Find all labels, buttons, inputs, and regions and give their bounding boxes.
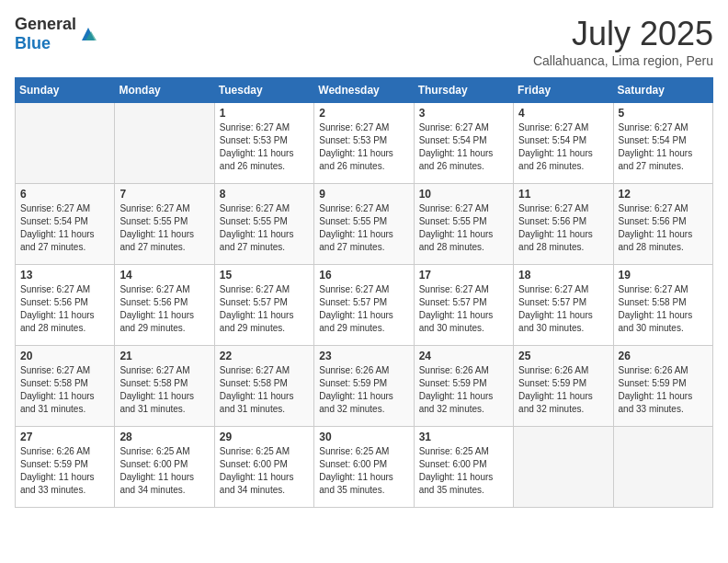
day-number: 28 [119, 431, 209, 443]
calendar-cell: 12Sunrise: 6:27 AM Sunset: 5:56 PM Dayli… [613, 184, 712, 265]
day-number: 29 [220, 431, 309, 443]
day-info: Sunrise: 6:27 AM Sunset: 5:57 PM Dayligh… [518, 283, 608, 335]
month-title: July 2025 [533, 15, 713, 53]
calendar-cell: 30Sunrise: 6:25 AM Sunset: 6:00 PM Dayli… [314, 427, 414, 508]
day-info: Sunrise: 6:27 AM Sunset: 5:56 PM Dayligh… [518, 202, 608, 254]
day-info: Sunrise: 6:27 AM Sunset: 5:57 PM Dayligh… [319, 283, 408, 335]
day-header-wednesday: Wednesday [314, 78, 414, 103]
day-number: 16 [319, 269, 408, 282]
calendar-cell: 15Sunrise: 6:27 AM Sunset: 5:57 PM Dayli… [214, 265, 313, 346]
day-number: 4 [518, 107, 608, 120]
page-header: General Blue July 2025 Callahuanca, Lima… [15, 15, 713, 68]
calendar-cell: 20Sunrise: 6:27 AM Sunset: 5:58 PM Dayli… [16, 346, 115, 427]
day-info: Sunrise: 6:27 AM Sunset: 5:57 PM Dayligh… [220, 283, 309, 335]
day-number: 5 [619, 107, 708, 120]
calendar-cell: 28Sunrise: 6:25 AM Sunset: 6:00 PM Dayli… [115, 427, 214, 508]
day-number: 3 [419, 107, 508, 120]
day-info: Sunrise: 6:27 AM Sunset: 5:54 PM Dayligh… [20, 202, 109, 254]
calendar-cell: 2Sunrise: 6:27 AM Sunset: 5:53 PM Daylig… [314, 103, 414, 184]
day-info: Sunrise: 6:26 AM Sunset: 5:59 PM Dayligh… [419, 364, 508, 416]
calendar-cell: 11Sunrise: 6:27 AM Sunset: 5:56 PM Dayli… [514, 184, 613, 265]
day-number: 6 [20, 188, 109, 201]
calendar-cell [16, 103, 115, 184]
calendar-week-row: 27Sunrise: 6:26 AM Sunset: 5:59 PM Dayli… [16, 427, 713, 508]
day-info: Sunrise: 6:27 AM Sunset: 5:56 PM Dayligh… [119, 283, 209, 335]
calendar-cell [514, 427, 613, 508]
calendar-cell: 27Sunrise: 6:26 AM Sunset: 5:59 PM Dayli… [16, 427, 115, 508]
calendar-cell: 16Sunrise: 6:27 AM Sunset: 5:57 PM Dayli… [314, 265, 414, 346]
calendar-cell [115, 103, 214, 184]
calendar-cell: 1Sunrise: 6:27 AM Sunset: 5:53 PM Daylig… [214, 103, 313, 184]
day-info: Sunrise: 6:27 AM Sunset: 5:57 PM Dayligh… [419, 283, 508, 335]
calendar-cell: 18Sunrise: 6:27 AM Sunset: 5:57 PM Dayli… [514, 265, 613, 346]
day-header-saturday: Saturday [613, 78, 712, 103]
day-number: 9 [319, 188, 408, 201]
calendar-cell: 8Sunrise: 6:27 AM Sunset: 5:55 PM Daylig… [214, 184, 313, 265]
day-info: Sunrise: 6:27 AM Sunset: 5:55 PM Dayligh… [119, 202, 209, 254]
calendar-cell: 3Sunrise: 6:27 AM Sunset: 5:54 PM Daylig… [414, 103, 513, 184]
logo-text: General Blue [15, 15, 76, 53]
title-block: July 2025 Callahuanca, Lima region, Peru [533, 15, 713, 68]
day-info: Sunrise: 6:27 AM Sunset: 5:55 PM Dayligh… [319, 202, 408, 254]
day-number: 15 [220, 269, 309, 282]
day-number: 18 [518, 269, 608, 282]
day-number: 30 [319, 431, 408, 443]
day-info: Sunrise: 6:27 AM Sunset: 5:58 PM Dayligh… [220, 364, 309, 416]
day-number: 31 [419, 431, 508, 443]
day-info: Sunrise: 6:25 AM Sunset: 6:00 PM Dayligh… [419, 445, 508, 497]
calendar-week-row: 6Sunrise: 6:27 AM Sunset: 5:54 PM Daylig… [16, 184, 713, 265]
calendar-cell: 13Sunrise: 6:27 AM Sunset: 5:56 PM Dayli… [16, 265, 115, 346]
day-number: 27 [20, 431, 109, 443]
day-number: 8 [220, 188, 309, 201]
day-info: Sunrise: 6:25 AM Sunset: 6:00 PM Dayligh… [319, 445, 408, 497]
day-number: 13 [20, 269, 109, 282]
day-info: Sunrise: 6:27 AM Sunset: 5:55 PM Dayligh… [419, 202, 508, 254]
calendar-cell: 24Sunrise: 6:26 AM Sunset: 5:59 PM Dayli… [414, 346, 513, 427]
day-info: Sunrise: 6:26 AM Sunset: 5:59 PM Dayligh… [518, 364, 608, 416]
calendar-cell: 7Sunrise: 6:27 AM Sunset: 5:55 PM Daylig… [115, 184, 214, 265]
day-number: 23 [319, 350, 408, 362]
day-number: 1 [220, 107, 309, 120]
day-info: Sunrise: 6:25 AM Sunset: 6:00 PM Dayligh… [220, 445, 309, 497]
day-header-sunday: Sunday [16, 78, 115, 103]
logo: General Blue [15, 15, 98, 53]
calendar-cell: 19Sunrise: 6:27 AM Sunset: 5:58 PM Dayli… [613, 265, 712, 346]
day-number: 21 [119, 350, 209, 362]
day-info: Sunrise: 6:27 AM Sunset: 5:56 PM Dayligh… [20, 283, 109, 335]
day-info: Sunrise: 6:27 AM Sunset: 5:54 PM Dayligh… [619, 121, 708, 173]
day-number: 11 [518, 188, 608, 201]
calendar-cell: 22Sunrise: 6:27 AM Sunset: 5:58 PM Dayli… [214, 346, 313, 427]
calendar-cell: 10Sunrise: 6:27 AM Sunset: 5:55 PM Dayli… [414, 184, 513, 265]
day-number: 14 [119, 269, 209, 282]
day-info: Sunrise: 6:27 AM Sunset: 5:58 PM Dayligh… [20, 364, 109, 416]
day-info: Sunrise: 6:26 AM Sunset: 5:59 PM Dayligh… [319, 364, 408, 416]
calendar-cell [613, 427, 712, 508]
location-subtitle: Callahuanca, Lima region, Peru [533, 53, 713, 68]
day-number: 12 [619, 188, 708, 201]
day-number: 24 [419, 350, 508, 362]
day-info: Sunrise: 6:26 AM Sunset: 5:59 PM Dayligh… [20, 445, 109, 497]
calendar-cell: 26Sunrise: 6:26 AM Sunset: 5:59 PM Dayli… [613, 346, 712, 427]
day-number: 26 [619, 350, 708, 362]
day-number: 10 [419, 188, 508, 201]
day-header-tuesday: Tuesday [214, 78, 313, 103]
day-info: Sunrise: 6:27 AM Sunset: 5:58 PM Dayligh… [619, 283, 708, 335]
logo-icon [78, 24, 98, 44]
calendar-cell: 5Sunrise: 6:27 AM Sunset: 5:54 PM Daylig… [613, 103, 712, 184]
calendar-week-row: 1Sunrise: 6:27 AM Sunset: 5:53 PM Daylig… [16, 103, 713, 184]
calendar-cell: 9Sunrise: 6:27 AM Sunset: 5:55 PM Daylig… [314, 184, 414, 265]
day-info: Sunrise: 6:27 AM Sunset: 5:53 PM Dayligh… [220, 121, 309, 173]
logo-general: General [15, 15, 76, 33]
day-number: 2 [319, 107, 408, 120]
calendar-week-row: 20Sunrise: 6:27 AM Sunset: 5:58 PM Dayli… [16, 346, 713, 427]
day-info: Sunrise: 6:26 AM Sunset: 5:59 PM Dayligh… [619, 364, 708, 416]
calendar-cell: 23Sunrise: 6:26 AM Sunset: 5:59 PM Dayli… [314, 346, 414, 427]
calendar-week-row: 13Sunrise: 6:27 AM Sunset: 5:56 PM Dayli… [16, 265, 713, 346]
calendar-cell: 6Sunrise: 6:27 AM Sunset: 5:54 PM Daylig… [16, 184, 115, 265]
calendar-cell: 14Sunrise: 6:27 AM Sunset: 5:56 PM Dayli… [115, 265, 214, 346]
calendar-header-row: SundayMondayTuesdayWednesdayThursdayFrid… [16, 78, 713, 103]
day-header-friday: Friday [514, 78, 613, 103]
day-info: Sunrise: 6:27 AM Sunset: 5:54 PM Dayligh… [518, 121, 608, 173]
day-header-monday: Monday [115, 78, 214, 103]
calendar-cell: 17Sunrise: 6:27 AM Sunset: 5:57 PM Dayli… [414, 265, 513, 346]
